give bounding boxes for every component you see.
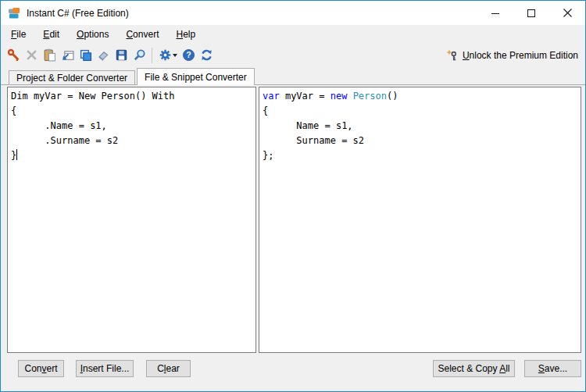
maximize-icon xyxy=(527,9,535,17)
maximize-button[interactable] xyxy=(513,1,549,25)
window-title: Instant C# (Free Edition) xyxy=(27,8,129,19)
insert-file-icon[interactable] xyxy=(59,45,77,65)
gear-dropdown-caret xyxy=(173,54,177,57)
unlock-premium-link[interactable]: Unlock the Premium Edition xyxy=(446,49,582,62)
find-icon[interactable] xyxy=(130,45,148,65)
app-icon xyxy=(8,7,20,20)
minimize-button[interactable] xyxy=(477,1,513,25)
cut-icon[interactable] xyxy=(23,45,41,65)
menu-convert[interactable]: Convert xyxy=(117,27,167,42)
convert-button[interactable]: Convert xyxy=(18,360,64,377)
vb-source-editor[interactable]: Dim myVar = New Person() With{ .Name = s… xyxy=(7,87,256,353)
svg-text:?: ? xyxy=(186,50,191,59)
menubar: File Edit Options Convert Help xyxy=(1,25,585,43)
toolbar: ? Unlock the Premium Edition xyxy=(1,43,585,67)
titlebar: Instant C# (Free Edition) xyxy=(1,1,585,25)
app-window: Instant C# (Free Edition) File E xyxy=(0,0,586,392)
menu-options[interactable]: Options xyxy=(68,27,117,42)
save-icon[interactable] xyxy=(113,45,130,65)
menu-edit[interactable]: Edit xyxy=(34,27,68,42)
close-button[interactable] xyxy=(549,1,585,25)
tab-label: File & Snippet Converter xyxy=(145,72,247,83)
paste-icon[interactable] xyxy=(41,45,59,65)
menu-file[interactable]: File xyxy=(2,27,34,42)
close-icon xyxy=(563,9,572,17)
tab-project-folder-converter[interactable]: Project & Folder Converter xyxy=(9,70,135,85)
save-button[interactable]: Save... xyxy=(524,360,581,377)
help-icon[interactable]: ? xyxy=(180,45,198,65)
settings-gear-icon[interactable] xyxy=(155,45,180,65)
unlock-premium-label: Unlock the Premium Edition xyxy=(463,50,578,61)
insert-file-icon xyxy=(61,48,74,62)
paste-icon xyxy=(43,48,56,62)
eraser-icon[interactable] xyxy=(95,45,113,65)
converter-page: Dim myVar = New Person() With{ .Name = s… xyxy=(1,85,585,391)
find-icon xyxy=(133,48,146,62)
toolbar-separator xyxy=(152,48,152,63)
tabstrip: Project & Folder Converter File & Snippe… xyxy=(1,67,585,85)
tab-file-snippet-converter[interactable]: File & Snippet Converter xyxy=(137,68,255,85)
help-icon: ? xyxy=(182,48,195,62)
clear-button[interactable]: Clear xyxy=(146,360,191,377)
tab-label: Project & Folder Converter xyxy=(16,73,127,84)
convert-refresh-icon[interactable] xyxy=(198,45,216,65)
insert-file-button[interactable]: Insert File... xyxy=(76,360,134,377)
gear-icon xyxy=(159,48,172,62)
window-controls xyxy=(477,1,585,25)
csharp-output-editor[interactable]: var myVar = new Person(){ Name = s1, Sur… xyxy=(259,87,581,353)
license-key-icon xyxy=(7,48,20,62)
select-copy-icon[interactable] xyxy=(77,45,95,65)
cut-icon xyxy=(26,49,38,61)
select-copy-all-button[interactable]: Select & Copy All xyxy=(433,360,515,377)
refresh-icon xyxy=(200,48,213,62)
eraser-icon xyxy=(97,48,110,62)
save-icon xyxy=(115,48,128,62)
text-caret xyxy=(16,149,17,160)
minimize-icon xyxy=(491,9,499,17)
unlock-key-icon xyxy=(446,49,459,62)
license-key-icon[interactable] xyxy=(5,45,23,65)
menu-help[interactable]: Help xyxy=(167,27,204,42)
select-copy-icon xyxy=(79,48,92,62)
